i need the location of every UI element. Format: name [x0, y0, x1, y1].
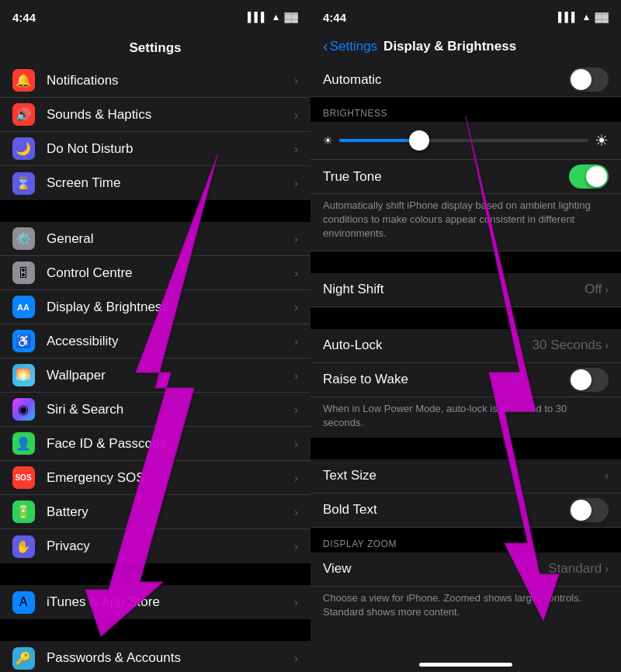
sidebar-item-screen-time[interactable]: ⌛ Screen Time ›: [0, 166, 310, 200]
sidebar-item-sounds-haptics[interactable]: 🔊 Sounds & Haptics ›: [0, 98, 310, 132]
dnd-label: Do Not Disturb: [47, 141, 291, 157]
right-battery-icon: ▓▓: [595, 12, 609, 23]
sidebar-item-emergency-sos[interactable]: SOS Emergency SOS ›: [0, 461, 310, 495]
automatic-toggle[interactable]: [569, 68, 609, 92]
true-tone-toggle[interactable]: [569, 165, 609, 189]
sos-icon-wrap: SOS: [0, 466, 47, 489]
dnd-icon-wrap: 🌙: [0, 137, 47, 160]
night-shift-value: Off: [585, 282, 602, 297]
true-tone-row: True Tone: [310, 160, 621, 194]
sidebar-item-battery[interactable]: 🔋 Battery ›: [0, 495, 310, 529]
general-label: General: [47, 231, 291, 247]
right-status-time: 4:44: [323, 11, 346, 24]
brightness-slider-row[interactable]: ☀ ☀: [310, 122, 621, 160]
text-gap: [310, 438, 621, 459]
section-4: 🔑 Passwords & Accounts ›: [0, 641, 310, 672]
screen-time-icon: ⌛: [12, 172, 35, 195]
a11y-icon: ♿: [12, 330, 35, 352]
back-chevron-icon: ‹: [323, 37, 328, 55]
automatic-row: Automatic: [310, 63, 621, 97]
display-zoom-view-value: Standard: [548, 561, 602, 577]
text-size-chevron: ›: [605, 469, 609, 482]
true-tone-toggle-thumb: [586, 166, 607, 187]
back-button[interactable]: ‹ Settings: [323, 37, 377, 55]
automatic-toggle-thumb: [571, 69, 592, 90]
sidebar-item-general[interactable]: ⚙️ General ›: [0, 222, 310, 256]
brightness-high-icon: ☀: [595, 131, 609, 150]
sidebar-item-privacy[interactable]: ✋ Privacy ›: [0, 529, 310, 563]
display-zoom-view-row[interactable]: View Standard ›: [310, 552, 621, 587]
brightness-header: BRIGHTNESS: [310, 103, 621, 122]
display-label: Display & Brightness: [47, 300, 291, 315]
brightness-gap-top: [310, 97, 621, 103]
night-shift-chevron: ›: [605, 283, 609, 296]
itunes-label: iTunes & App Store: [47, 594, 291, 610]
text-size-row[interactable]: Text Size ›: [310, 459, 621, 494]
sidebar-item-control-centre[interactable]: 🎛 Control Centre ›: [0, 256, 310, 290]
cc-chevron: ›: [294, 267, 298, 279]
passwords-label: Passwords & Accounts: [47, 650, 291, 666]
left-status-bar: 4:44 ▌▌▌ ▲ ▓▓: [0, 0, 310, 34]
privacy-label: Privacy: [47, 539, 291, 554]
home-indicator: [310, 656, 621, 672]
siri-icon-wrap: ◉: [0, 398, 47, 421]
brightness-slider-fill: [339, 139, 414, 142]
sidebar-item-siri-search[interactable]: ◉ Siri & Search ›: [0, 393, 310, 427]
auto-lock-row[interactable]: Auto-Lock 30 Seconds ›: [310, 329, 621, 363]
a11y-icon-wrap: ♿: [0, 330, 47, 352]
right-signal-icon: ▌▌▌: [558, 12, 578, 23]
settings-title: Settings: [0, 34, 310, 64]
bold-text-row: Bold Text: [310, 494, 621, 528]
raise-to-wake-toggle[interactable]: [569, 368, 609, 392]
section-3: A iTunes & App Store ›: [0, 585, 310, 619]
sidebar-item-wallpaper[interactable]: 🌅 Wallpaper ›: [0, 359, 310, 393]
screen-time-chevron: ›: [294, 177, 298, 189]
sidebar-item-passwords[interactable]: 🔑 Passwords & Accounts ›: [0, 641, 310, 672]
text-size-label: Text Size: [323, 468, 605, 483]
sidebar-item-accessibility[interactable]: ♿ Accessibility ›: [0, 324, 310, 359]
signal-icon: ▌▌▌: [248, 12, 268, 23]
notifications-chevron: ›: [294, 74, 298, 87]
battery-label: Battery: [47, 504, 291, 520]
general-chevron: ›: [294, 233, 298, 245]
display-zoom-view-label: View: [323, 561, 548, 577]
privacy-icon: ✋: [12, 535, 35, 558]
right-panel-title: Display & Brightness: [383, 39, 516, 54]
wallpaper-chevron: ›: [294, 369, 298, 382]
auto-lock-chevron: ›: [605, 339, 609, 352]
brightness-low-icon: ☀: [323, 134, 333, 147]
back-label: Settings: [330, 39, 377, 54]
face-id-chevron: ›: [294, 438, 298, 450]
section-1: 🔔 Notifications › 🔊 Sounds & Haptics › 🌙…: [0, 64, 310, 200]
brightness-slider-track[interactable]: [339, 139, 588, 142]
sidebar-item-face-id[interactable]: 👤 Face ID & Passcode ›: [0, 427, 310, 461]
wallpaper-icon: 🌅: [12, 364, 35, 386]
sidebar-item-display-brightness[interactable]: AA Display & Brightness ›: [0, 290, 310, 324]
siri-icon: ◉: [12, 398, 35, 421]
display-zoom-view-chevron: ›: [605, 563, 609, 575]
display-zoom-note: Choose a view for iPhone. Zoomed shows l…: [310, 587, 621, 627]
sidebar-item-do-not-disturb[interactable]: 🌙 Do Not Disturb ›: [0, 132, 310, 166]
bold-text-toggle[interactable]: [569, 498, 609, 522]
brightness-slider-thumb: [409, 130, 429, 151]
right-status-bar: 4:44 ▌▌▌ ▲ ▓▓: [310, 0, 621, 34]
sounds-icon: 🔊: [12, 103, 35, 126]
wifi-icon: ▲: [272, 12, 281, 23]
display-zoom-gap-top: [310, 528, 621, 534]
notifications-icon-wrap: 🔔: [0, 69, 47, 92]
night-shift-label: Night Shift: [323, 282, 585, 297]
sidebar-item-itunes[interactable]: A iTunes & App Store ›: [0, 585, 310, 619]
right-wifi-icon: ▲: [582, 12, 592, 23]
cc-icon-wrap: 🎛: [0, 262, 47, 284]
auto-lock-label: Auto-Lock: [323, 338, 533, 353]
passwords-icon: 🔑: [12, 647, 35, 670]
night-shift-row[interactable]: Night Shift Off ›: [310, 273, 621, 307]
right-header: ‹ Settings Display & Brightness: [310, 34, 621, 63]
display-chevron: ›: [294, 301, 298, 313]
notifications-label: Notifications: [47, 73, 291, 88]
sidebar-item-notifications[interactable]: 🔔 Notifications ›: [0, 64, 310, 98]
bold-text-label: Bold Text: [323, 502, 569, 518]
sounds-label: Sounds & Haptics: [47, 107, 291, 123]
home-bar: [419, 663, 512, 667]
left-status-time: 4:44: [12, 11, 36, 24]
